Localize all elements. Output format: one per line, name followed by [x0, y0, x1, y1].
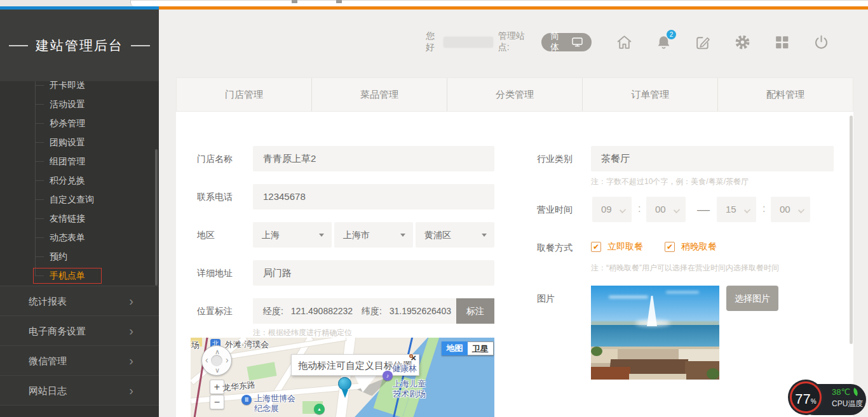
chevron-down-icon: [674, 207, 680, 213]
pan-down-icon[interactable]: ∨: [215, 367, 220, 373]
photo-cloud: [666, 291, 699, 293]
later-pickup-label[interactable]: 稍晚取餐: [681, 241, 717, 253]
tab-ingredient-management[interactable]: 配料管理: [718, 78, 853, 111]
tab-order-management[interactable]: 订单管理: [583, 78, 718, 111]
header-bar: 您好 管理站点: 简体 2: [426, 30, 830, 53]
map-pan-control[interactable]: ∧ ∨ ‹ ›: [201, 345, 232, 376]
tab-category-management[interactable]: 分类管理: [447, 78, 583, 111]
immediate-pickup-label[interactable]: 立即取餐: [607, 241, 643, 253]
settings-gear-icon[interactable]: [734, 34, 751, 51]
map-label-park: 健康林: [392, 363, 417, 374]
time-colon: :: [638, 203, 641, 215]
pan-hub[interactable]: [211, 355, 222, 366]
sidebar-item-miaoshaguanli[interactable]: 秒杀管理: [0, 114, 159, 133]
edit-icon[interactable]: [695, 34, 712, 51]
notification-badge: 2: [667, 30, 676, 39]
pickup-note: 注：“稍晚取餐”用户可以选择在营业时间内选择取餐时间: [591, 263, 779, 274]
map-road-label: 龙华东路: [222, 379, 256, 394]
sidebar-item-label: 团购设置: [50, 137, 85, 147]
photo-tree: [591, 347, 602, 356]
sidebar-item-zidingyichaxun[interactable]: 自定义查询: [0, 190, 159, 209]
power-logout-icon[interactable]: [813, 34, 830, 51]
location-label: 位置标注: [197, 306, 233, 317]
apps-grid-icon[interactable]: [773, 34, 790, 51]
browser-edge-strip: [0, 0, 868, 6]
coordinates-field[interactable]: 经度: 121.490882232 纬度: 31.1952626403: [253, 298, 456, 324]
map-pin-icon[interactable]: [338, 377, 351, 390]
section-label: 网站日志: [29, 385, 67, 396]
caret-down-icon: [400, 234, 405, 237]
district-value: 黄浦区: [424, 230, 451, 240]
photo-roof: [591, 367, 630, 380]
home-icon[interactable]: [616, 34, 633, 51]
poi-dot: [409, 354, 413, 358]
map-label-cut: 场: [191, 340, 200, 351]
language-switch-pill[interactable]: 简体: [541, 33, 592, 51]
pan-up-icon[interactable]: ∧: [215, 348, 220, 355]
sidebar-section-wangzhanrizhi[interactable]: 网站日志›: [0, 375, 159, 405]
district-select[interactable]: 黄浦区: [416, 222, 494, 248]
section-label: 统计报表: [29, 296, 67, 307]
photo-cloud: [609, 296, 648, 298]
tab-store-management[interactable]: 门店管理: [177, 78, 312, 111]
sidebar-item-youqinglianjie[interactable]: 友情链接: [0, 209, 159, 228]
notifications-bell-icon[interactable]: 2: [655, 34, 672, 51]
address-input[interactable]: 局门路: [253, 260, 494, 286]
sidebar-section-weixinguanli[interactable]: 微信管理›: [0, 345, 159, 375]
cpu-temp-label: CPU温度: [832, 399, 863, 409]
open-hour-select[interactable]: 09: [592, 197, 632, 222]
greeting-text: 您好: [426, 30, 442, 53]
map-zoom-out-button[interactable]: −: [210, 395, 224, 409]
sidebar-item-jifenduihuan[interactable]: 积分兑换: [0, 171, 159, 190]
pan-left-icon[interactable]: ‹: [205, 357, 208, 363]
chevron-right-icon: ›: [129, 376, 133, 406]
choose-image-button[interactable]: 选择图片: [726, 286, 778, 311]
city-select[interactable]: 上海市: [334, 222, 413, 248]
content-scrollbar[interactable]: [850, 116, 853, 344]
mark-location-button[interactable]: 标注: [456, 298, 494, 324]
sidebar-item-shoujidiandan-selected[interactable]: 手机点单: [0, 266, 159, 285]
phone-input[interactable]: 12345678: [253, 184, 494, 209]
map-label-theater-line2: 艺术剧场: [393, 388, 426, 400]
longitude-value: 121.490882232: [291, 306, 353, 316]
chevron-down-icon: [620, 207, 626, 213]
pan-right-icon[interactable]: ›: [226, 357, 229, 363]
sidebar-item-kaikajisong[interactable]: 开卡即送: [0, 81, 159, 95]
longitude-label: 经度:: [263, 306, 283, 316]
industry-input[interactable]: 茶餐厅: [591, 146, 834, 171]
cpu-monitor-widget[interactable]: 77% 38℃ CPU温度: [790, 381, 866, 417]
sidebar-item-tuangoushezhi[interactable]: 团购设置: [0, 133, 159, 152]
sidebar-section-tongjibaobiao[interactable]: 统计报表›: [0, 286, 159, 315]
close-hour-select[interactable]: 15: [717, 197, 756, 222]
phone-label: 联系电话: [197, 192, 233, 203]
main-area: 您好 管理站点: 简体 2: [159, 10, 868, 417]
map-widget[interactable]: 场 北 外滩·湾璞会 ∧ ∨ ‹ › + − 龙华东路 Ⅲ 上海世博会 纪念展 …: [191, 338, 494, 417]
sidebar-menu: 开卡即送 活动设置 秒杀管理 团购设置 组团管理 积分兑换 自定义查询 友情链接…: [0, 81, 159, 286]
map-type-satellite-button[interactable]: 卫星: [468, 341, 494, 355]
header-icons: 2: [616, 34, 830, 51]
app-title: 建站管理后台: [36, 37, 123, 55]
sidebar-section-dianzishangwu[interactable]: 电子商务设置›: [0, 315, 159, 345]
browser-icon-fragment: [292, 0, 297, 3]
close-minute-select[interactable]: 00: [771, 197, 810, 222]
section-label: 电子商务设置: [29, 326, 86, 336]
checkbox-later-pickup[interactable]: ✔: [665, 242, 675, 252]
sidebar-scrollbar[interactable]: [155, 149, 158, 286]
photo-tree: [707, 368, 719, 380]
language-label: 简体: [550, 30, 566, 53]
store-name-input[interactable]: 青青原上草2: [253, 146, 494, 171]
map-type-map-button[interactable]: 地图: [442, 341, 468, 355]
province-select[interactable]: 上海: [253, 222, 332, 248]
sidebar-item-dongtaibiaodan[interactable]: 动态表单: [0, 228, 159, 247]
close-minute-value: 00: [780, 204, 790, 215]
tab-dish-management[interactable]: 菜品管理: [312, 78, 447, 111]
sidebar-item-zutuanguanli[interactable]: 组团管理: [0, 152, 159, 171]
checkbox-immediate-pickup[interactable]: ✔: [591, 242, 601, 252]
sidebar: 建站管理后台 开卡即送 活动设置 秒杀管理 团购设置 组团管理 积分兑换 自定义…: [0, 10, 159, 417]
sidebar-item-huodongshezhi[interactable]: 活动设置: [0, 95, 159, 114]
browser-icon-fragment: [336, 0, 342, 3]
scenic-photo-icon: ▲: [314, 404, 325, 414]
open-minute-select[interactable]: 00: [646, 197, 686, 222]
latitude-value: 31.1952626403: [390, 306, 451, 316]
sidebar-item-yuyue[interactable]: 预约: [0, 247, 159, 266]
